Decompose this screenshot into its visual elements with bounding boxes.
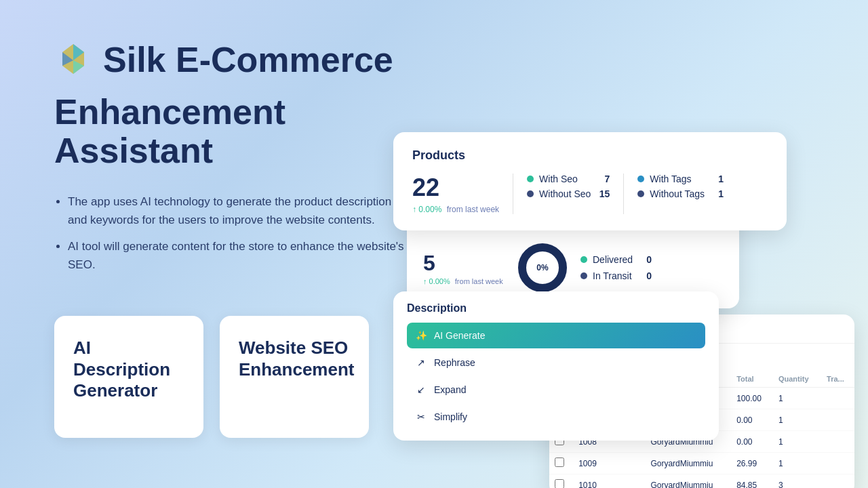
delivered-value: 0 <box>638 254 652 265</box>
menu-item-expand[interactable]: ↙ Expand <box>407 377 705 403</box>
delivered-dot <box>580 256 587 263</box>
without-seo-item: Without Seo 15 <box>527 188 610 199</box>
delivered-item: Delivered 0 <box>580 254 652 265</box>
bullet-list: The app uses AI technology to generate t… <box>54 192 407 283</box>
in-transit-dot <box>580 272 587 279</box>
description-card: Description ✨ AI Generate ↗ Rephrase ↙ E… <box>393 291 719 441</box>
rephrase-label: Rephrase <box>434 357 475 368</box>
brand-title-line1: Silk E-Commerce <box>103 41 393 79</box>
simplify-icon: ✂ <box>415 411 427 423</box>
cell-total: 100.00 <box>731 388 773 409</box>
trend-label: from last week <box>447 205 499 214</box>
cell-status <box>821 453 854 474</box>
orders-total: 5 <box>423 251 505 276</box>
in-transit-item: In Transit 0 <box>580 270 652 281</box>
cell-total: 84.85 <box>731 474 773 489</box>
cell-status <box>821 388 854 409</box>
divider-tags <box>623 174 624 214</box>
with-tags-label: With Tags <box>650 174 691 184</box>
cell-quantity: 3 <box>773 474 821 489</box>
table-row: 1009 GoryardMiummiu 26.99 1 <box>549 453 854 474</box>
with-seo-value: 7 <box>596 174 610 184</box>
cell-order-number: 1009 <box>573 453 645 474</box>
main-container: Silk E-Commerce Enhancement Assistant Th… <box>0 0 868 488</box>
cell-total: 26.99 <box>731 453 773 474</box>
feature-cards: AI Description Generator Website SEO Enh… <box>54 316 407 438</box>
cell-status <box>821 409 854 431</box>
with-seo-label: With Seo <box>539 174 578 184</box>
feature-card-seo[interactable]: Website SEO Enhancement <box>220 316 369 438</box>
seo-stats: With Seo 7 Without Seo 15 <box>527 174 610 199</box>
products-stats: 22 ↑ 0.00% from last week With Seo 7 <box>412 174 768 214</box>
without-tags-label: Without Tags <box>650 188 705 199</box>
with-tags-value: 1 <box>710 174 724 184</box>
simplify-label: Simplify <box>434 411 467 422</box>
orders-trend: ↑ 0.00% from last week <box>423 277 505 285</box>
cell-order-number: 1010 <box>573 474 645 489</box>
orders-left: 5 ↑ 0.00% from last week <box>423 251 505 285</box>
in-transit-value: 0 <box>638 270 652 281</box>
menu-item-simplify[interactable]: ✂ Simplify <box>407 404 705 430</box>
row-checkbox[interactable] <box>555 479 564 488</box>
products-trend: ↑ 0.00% from last week <box>412 205 499 214</box>
brand-header: Silk E-Commerce <box>54 41 407 79</box>
cell-status <box>821 431 854 453</box>
products-total-section: 22 ↑ 0.00% from last week <box>412 174 499 214</box>
row-checkbox-cell[interactable] <box>549 474 573 489</box>
trend-arrow: ↑ 0.00% <box>412 205 441 214</box>
col-tracking: Tra... <box>821 371 854 388</box>
orders-trend-label: from last week <box>455 277 503 285</box>
tags-stats: With Tags 1 Without Tags 1 <box>637 174 724 199</box>
with-tags-dot <box>637 176 644 182</box>
expand-icon: ↙ <box>415 384 427 396</box>
without-seo-label: Without Seo <box>539 188 591 199</box>
feature-card-seo-title: Website SEO Enhancement <box>239 338 355 380</box>
delivered-label: Delivered <box>593 254 633 265</box>
feature-card-ai[interactable]: AI Description Generator <box>54 316 203 438</box>
cell-status <box>821 474 854 489</box>
in-transit-label: In Transit <box>593 270 632 281</box>
cell-quantity: 1 <box>773 453 821 474</box>
cell-quantity: 1 <box>773 388 821 409</box>
menu-item-rephrase[interactable]: ↗ Rephrase <box>407 350 705 375</box>
description-title: Description <box>407 302 705 314</box>
donut-chart: 0% <box>515 241 570 295</box>
without-tags-value: 1 <box>710 188 724 199</box>
without-tags-item: Without Tags 1 <box>637 188 724 199</box>
expand-label: Expand <box>434 384 466 395</box>
products-card: Products 22 ↑ 0.00% from last week With … <box>393 132 787 230</box>
with-seo-dot <box>527 176 534 182</box>
feature-card-ai-title: AI Description Generator <box>73 338 184 401</box>
cell-customer: GoryardMiummiu <box>645 474 731 489</box>
orders-content: 5 ↑ 0.00% from last week 0% <box>423 241 723 295</box>
without-seo-dot <box>527 190 534 197</box>
right-panel: Products 22 ↑ 0.00% from last week With … <box>393 0 868 488</box>
cell-total: 0.00 <box>731 431 773 453</box>
cell-quantity: 1 <box>773 431 821 453</box>
with-seo-item: With Seo 7 <box>527 174 610 184</box>
bullet-item-1: The app uses AI technology to generate t… <box>68 192 407 229</box>
without-tags-dot <box>637 190 644 197</box>
without-seo-value: 15 <box>596 188 610 199</box>
col-quantity: Quantity <box>773 371 821 388</box>
ai-generate-icon: ✨ <box>415 329 427 342</box>
cell-customer: GoryardMiummiu <box>645 453 731 474</box>
row-checkbox[interactable] <box>555 458 564 467</box>
donut-label: 0% <box>536 263 548 272</box>
divider-seo <box>513 174 513 214</box>
row-checkbox-cell[interactable] <box>549 453 573 474</box>
desc-menu: ✨ AI Generate ↗ Rephrase ↙ Expand ✂ Simp… <box>407 323 705 430</box>
cell-quantity: 1 <box>773 409 821 431</box>
rephrase-icon: ↗ <box>415 357 427 369</box>
ai-generate-label: AI Generate <box>434 330 486 341</box>
orders-arrow: ↑ 0.00% <box>423 277 450 285</box>
cell-total: 0.00 <box>731 409 773 431</box>
menu-item-ai-generate[interactable]: ✨ AI Generate <box>407 323 705 348</box>
products-total: 22 <box>412 174 483 202</box>
table-row: 1010 GoryardMiummiu 84.85 3 <box>549 474 854 489</box>
products-card-title: Products <box>412 148 768 163</box>
left-panel: Silk E-Commerce Enhancement Assistant Th… <box>0 0 448 488</box>
with-tags-item: With Tags 1 <box>637 174 724 184</box>
brand-title-line2: Enhancement Assistant <box>54 93 407 170</box>
logo-icon <box>54 41 92 79</box>
